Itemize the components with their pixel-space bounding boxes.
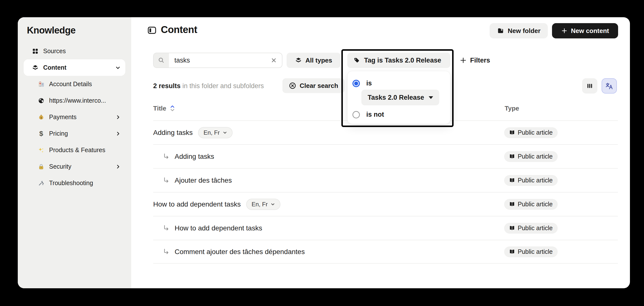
- languages-label: En, Fr: [204, 129, 220, 136]
- operator-option-is[interactable]: is: [352, 80, 372, 87]
- clear-search-x-icon[interactable]: [270, 53, 282, 67]
- chevron-down-icon: [270, 202, 275, 207]
- plus-icon: [561, 27, 568, 34]
- search-input[interactable]: [169, 53, 270, 67]
- caret-down-icon: [429, 96, 433, 99]
- type-badge: Public article: [504, 151, 558, 162]
- subitem-arrow-icon: [162, 177, 170, 184]
- panel-left-icon: [147, 26, 156, 35]
- type-badge: Public article: [504, 175, 558, 186]
- type-label: Public article: [518, 248, 553, 255]
- column-header-type: Type: [505, 105, 519, 112]
- column-header-title[interactable]: Title: [153, 105, 166, 112]
- plus-icon: [460, 57, 467, 64]
- languages-dropdown[interactable]: En, Fr: [198, 127, 232, 138]
- tag-filter-label: Tag is Tasks 2.0 Release: [364, 57, 441, 64]
- clear-search-button[interactable]: Clear search: [282, 78, 344, 93]
- sidebar-item-label: Content: [43, 64, 66, 71]
- table-row[interactable]: Adding tasks Public article: [153, 144, 618, 168]
- knowledge-window: Knowledge Sources Content: [18, 17, 630, 288]
- subitem-arrow-icon: [162, 153, 170, 160]
- new-folder-label: New folder: [508, 27, 541, 35]
- subitem-arrow-icon: [162, 225, 170, 232]
- chevron-right-icon: [116, 164, 121, 169]
- sidebar-item-account-details[interactable]: Account Details: [24, 76, 125, 92]
- book-icon: [509, 201, 515, 207]
- table-row[interactable]: Comment ajouter des tâches dépendantes P…: [153, 240, 618, 264]
- all-types-label: All types: [305, 57, 332, 64]
- book-icon: [509, 249, 515, 255]
- sidebar-item-content[interactable]: Content: [24, 59, 125, 76]
- sidebar-item-security[interactable]: Security: [24, 158, 125, 175]
- new-content-label: New content: [571, 27, 609, 35]
- grid-icon: [32, 48, 39, 55]
- book-icon: [509, 153, 515, 159]
- clear-search-label: Clear search: [300, 82, 338, 90]
- sidebar-item-payments[interactable]: $ Payments: [24, 109, 125, 125]
- building-emoji-icon: [38, 81, 45, 87]
- chevron-right-icon: [116, 115, 121, 120]
- radio-unselected-icon[interactable]: [352, 111, 360, 118]
- sidebar-title: Knowledge: [27, 25, 76, 36]
- chevron-down-icon: [115, 65, 121, 71]
- operator-option-is-not[interactable]: is not: [352, 111, 384, 118]
- table-row[interactable]: How to add dependent tasks Public articl…: [153, 216, 618, 240]
- sidebar-item-troubleshooting[interactable]: Troubleshooting: [24, 175, 125, 191]
- sidebar-item-products-features[interactable]: Products & Features: [24, 142, 125, 158]
- languages-label: En, Fr: [252, 201, 268, 208]
- sidebar-item-label: https://www.interco...: [49, 97, 106, 104]
- results-count: 2 results: [153, 82, 180, 90]
- sidebar-item-label: Products & Features: [49, 147, 105, 153]
- languages-dropdown[interactable]: En, Fr: [246, 199, 280, 210]
- row-title: Ajouter des tâches: [175, 176, 232, 184]
- lock-emoji-icon: [38, 163, 45, 170]
- translate-icon: [605, 82, 613, 90]
- sidebar-item-label: Account Details: [49, 81, 92, 88]
- radio-selected-icon[interactable]: [352, 80, 360, 87]
- tag-filter-popup: is Tasks 2.0 Release is not: [347, 71, 450, 124]
- type-badge: Public article: [504, 223, 558, 234]
- operator-is-not-label: is not: [366, 111, 384, 118]
- columns-view-button[interactable]: [582, 78, 598, 94]
- sort-icon[interactable]: [170, 104, 175, 112]
- row-title: Adding tasks: [153, 129, 193, 137]
- translations-view-button[interactable]: [602, 78, 617, 94]
- row-title: Adding tasks: [175, 153, 214, 160]
- sidebar-item-label: Security: [49, 163, 71, 170]
- new-folder-button[interactable]: New folder: [490, 23, 548, 38]
- subitem-arrow-icon: [162, 248, 170, 256]
- globe-icon: [38, 98, 45, 104]
- search-icon: [154, 53, 169, 67]
- sidebar-item-pricing[interactable]: $ Pricing: [24, 125, 125, 142]
- type-label: Public article: [518, 201, 553, 208]
- money-bag-emoji-icon: $: [38, 114, 45, 120]
- tag-filter-button[interactable]: Tag is Tasks 2.0 Release: [347, 53, 450, 68]
- sidebar-nav: Sources Content Account Details: [24, 43, 125, 191]
- sidebar-item-sources[interactable]: Sources: [24, 43, 125, 59]
- sparkles-emoji-icon: [38, 147, 45, 153]
- type-badge: Public article: [504, 199, 558, 210]
- table-row[interactable]: Ajouter des tâches Public article: [153, 168, 618, 192]
- sidebar-item-label: Pricing: [49, 130, 68, 137]
- add-filters-button[interactable]: Filters: [460, 53, 490, 68]
- table-row[interactable]: How to add dependent tasks En, Fr Public…: [153, 192, 618, 216]
- results-scope: in this folder and subfolders: [182, 82, 264, 90]
- type-badge: Public article: [504, 246, 558, 257]
- tag-icon: [353, 57, 360, 64]
- chevron-down-icon: [223, 131, 227, 135]
- page-title: Content: [161, 24, 197, 35]
- type-badge: Public article: [504, 127, 558, 138]
- all-types-filter-button[interactable]: All types: [286, 53, 340, 68]
- layers-icon: [295, 57, 302, 64]
- sidebar-item-website[interactable]: https://www.interco...: [24, 92, 125, 109]
- dollar-emoji-icon: $: [38, 130, 45, 137]
- type-label: Public article: [518, 225, 553, 232]
- operator-is-label: is: [366, 80, 372, 87]
- row-title: How to add dependent tasks: [153, 200, 241, 208]
- type-label: Public article: [518, 177, 553, 184]
- toggle-sidebar-button[interactable]: [147, 25, 157, 35]
- new-content-button[interactable]: New content: [552, 23, 618, 38]
- row-title: Comment ajouter des tâches dépendantes: [175, 248, 305, 256]
- tag-value-dropdown[interactable]: Tasks 2.0 Release: [361, 90, 439, 105]
- book-icon: [509, 225, 515, 231]
